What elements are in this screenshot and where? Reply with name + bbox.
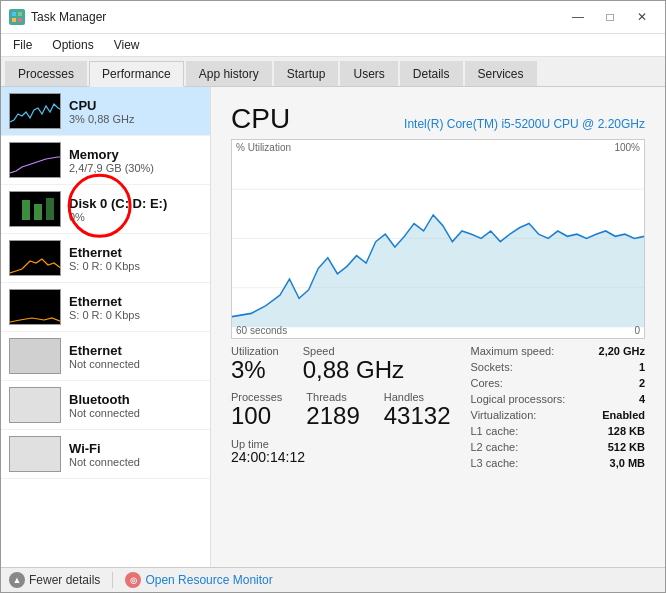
title-bar: Task Manager — □ ✕ [1,1,665,34]
sidebar: CPU 3% 0,88 GHz Memory 2,4/7,9 GB (30%) [1,87,211,567]
tab-app-history[interactable]: App history [186,61,272,86]
svg-rect-7 [22,200,30,220]
resource-monitor-icon: ◎ [125,572,141,588]
uptime-stat: Up time 24:00:14:12 [231,438,451,465]
menu-options[interactable]: Options [44,36,101,54]
menu-file[interactable]: File [5,36,40,54]
virtualization-stat: Virtualization: Enabled [471,409,646,421]
ethernet2-thumbnail [9,289,61,325]
max-speed-stat: Maximum speed: 2,20 GHz [471,345,646,357]
svg-rect-3 [18,18,22,22]
minimize-button[interactable]: — [563,7,593,27]
sidebar-item-ethernet2[interactable]: Ethernet S: 0 R: 0 Kbps [1,283,210,332]
logical-proc-stat: Logical processors: 4 [471,393,646,405]
ethernet3-label: Ethernet [69,343,140,358]
cpu-chart-svg [232,140,644,338]
sidebar-item-wifi[interactable]: Wi-Fi Not connected [1,430,210,479]
performance-main-panel: CPU Intel(R) Core(TM) i5-5200U CPU @ 2.2… [211,87,665,567]
svg-rect-11 [10,290,61,325]
l2-cache-stat: L2 cache: 512 KB [471,441,646,453]
processes-stat: Processes 100 [231,391,282,429]
tab-startup[interactable]: Startup [274,61,339,86]
svg-rect-9 [46,198,54,220]
sockets-value: 1 [639,361,645,373]
chart-label-0: 0 [634,325,640,336]
svg-rect-5 [10,143,61,178]
stats-grid: Utilization 3% Speed 0,88 GHz Processes … [231,345,645,469]
proc-thread-handles-row: Processes 100 Threads 2189 Handles 43132 [231,391,451,429]
ethernet1-sidebar-info: Ethernet S: 0 R: 0 Kbps [69,245,140,272]
menu-bar: File Options View [1,34,665,57]
maximize-button[interactable]: □ [595,7,625,27]
svg-rect-2 [12,18,16,22]
ethernet3-thumbnail [9,338,61,374]
cpu-model-label: Intel(R) Core(TM) i5-5200U CPU @ 2.20GHz [404,117,645,131]
menu-view[interactable]: View [106,36,148,54]
svg-rect-8 [34,204,42,220]
bluetooth-sublabel: Not connected [69,407,140,419]
sidebar-item-ethernet3[interactable]: Ethernet Not connected [1,332,210,381]
ethernet1-label: Ethernet [69,245,140,260]
bluetooth-label: Bluetooth [69,392,140,407]
fewer-details-button[interactable]: ▲ Fewer details [9,572,100,588]
sidebar-item-memory[interactable]: Memory 2,4/7,9 GB (30%) [1,136,210,185]
wifi-sidebar-info: Wi-Fi Not connected [69,441,140,468]
fewer-details-icon: ▲ [9,572,25,588]
l2-cache-value: 512 KB [608,441,645,453]
svg-rect-0 [12,12,16,16]
speed-value: 0,88 GHz [303,357,404,383]
virtualization-value: Enabled [602,409,645,421]
memory-label: Memory [69,147,154,162]
l1-cache-value: 128 KB [608,425,645,437]
ethernet3-sublabel: Not connected [69,358,140,370]
util-speed-row: Utilization 3% Speed 0,88 GHz [231,345,451,383]
wifi-sublabel: Not connected [69,456,140,468]
cores-value: 2 [639,377,645,389]
cores-label: Cores: [471,377,503,389]
cores-stat: Cores: 2 [471,377,646,389]
l2-cache-label: L2 cache: [471,441,519,453]
chart-label-utilization: % Utilization [236,142,291,153]
sidebar-item-ethernet1[interactable]: Ethernet S: 0 R: 0 Kbps [1,234,210,283]
max-speed-value: 2,20 GHz [599,345,645,357]
open-resource-monitor-label: Open Resource Monitor [145,573,272,587]
ethernet2-sidebar-info: Ethernet S: 0 R: 0 Kbps [69,294,140,321]
threads-stat: Threads 2189 [306,391,359,429]
ethernet1-thumbnail [9,240,61,276]
tab-details[interactable]: Details [400,61,463,86]
tab-performance[interactable]: Performance [89,61,184,87]
sidebar-item-cpu[interactable]: CPU 3% 0,88 GHz [1,87,210,136]
tab-users[interactable]: Users [340,61,397,86]
memory-thumbnail [9,142,61,178]
ethernet3-sidebar-info: Ethernet Not connected [69,343,140,370]
tab-processes[interactable]: Processes [5,61,87,86]
threads-value: 2189 [306,403,359,429]
cpu-label: CPU [69,98,134,113]
title-bar-left: Task Manager [9,9,106,25]
logical-proc-label: Logical processors: [471,393,566,405]
chart-label-100: 100% [614,142,640,153]
memory-sublabel: 2,4/7,9 GB (30%) [69,162,154,174]
svg-rect-4 [10,94,61,129]
memory-sidebar-info: Memory 2,4/7,9 GB (30%) [69,147,154,174]
virtualization-label: Virtualization: [471,409,537,421]
l1-cache-label: L1 cache: [471,425,519,437]
wifi-label: Wi-Fi [69,441,140,456]
l1-cache-stat: L1 cache: 128 KB [471,425,646,437]
disk-sublabel: 0% [69,211,167,223]
cpu-main-title: CPU [231,103,290,135]
processes-value: 100 [231,403,282,429]
open-resource-monitor-button[interactable]: ◎ Open Resource Monitor [125,572,272,588]
fewer-details-label: Fewer details [29,573,100,587]
disk-sidebar-info: Disk 0 (C: D: E:) 0% [69,196,167,223]
close-button[interactable]: ✕ [627,7,657,27]
uptime-label: Up time [231,438,451,450]
tab-services[interactable]: Services [465,61,537,86]
ethernet1-sublabel: S: 0 R: 0 Kbps [69,260,140,272]
sockets-label: Sockets: [471,361,513,373]
stats-left: Utilization 3% Speed 0,88 GHz Processes … [231,345,451,469]
task-manager-window: Task Manager — □ ✕ File Options View Pro… [0,0,666,593]
sidebar-item-bluetooth[interactable]: Bluetooth Not connected [1,381,210,430]
stats-right: Maximum speed: 2,20 GHz Sockets: 1 Cores… [451,345,646,469]
sidebar-item-disk[interactable]: Disk 0 (C: D: E:) 0% [1,185,210,234]
